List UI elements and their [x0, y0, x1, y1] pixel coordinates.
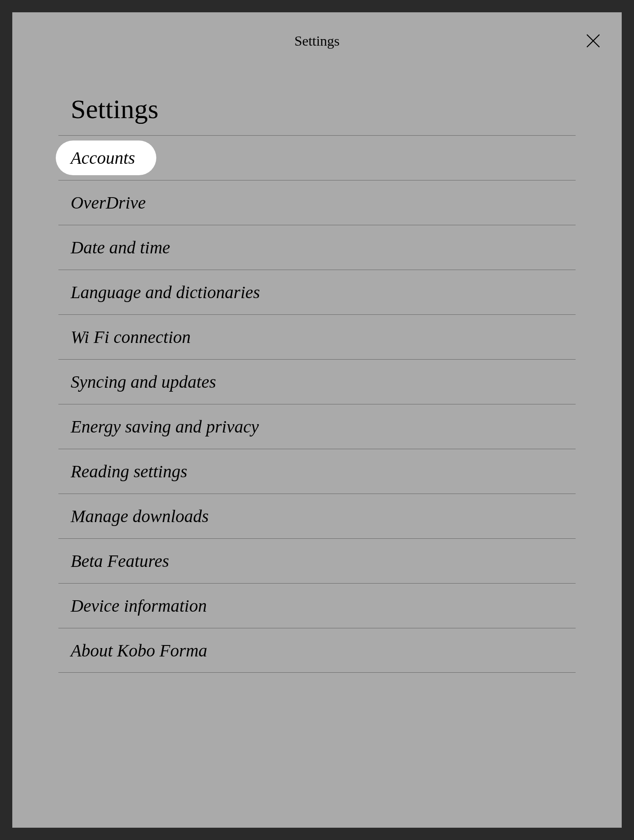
menu-item-syncing-updates[interactable]: Syncing and updates [58, 359, 576, 404]
menu-item-manage-downloads[interactable]: Manage downloads [58, 494, 576, 538]
menu-item-label: Accounts [56, 141, 156, 175]
top-bar: Settings [12, 12, 622, 69]
menu-item-label: Energy saving and privacy [58, 416, 259, 437]
page-title: Settings [58, 94, 576, 125]
top-bar-title: Settings [294, 33, 339, 49]
menu-item-device-information[interactable]: Device information [58, 583, 576, 628]
menu-item-label: OverDrive [58, 192, 146, 213]
menu-item-label: Date and time [58, 237, 170, 258]
menu-item-about[interactable]: About Kobo Forma [58, 628, 576, 673]
menu-item-accounts[interactable]: Accounts [58, 135, 576, 180]
menu-item-overdrive[interactable]: OverDrive [58, 180, 576, 225]
menu-item-label: Device information [58, 595, 207, 616]
menu-item-label: About Kobo Forma [58, 640, 207, 661]
menu-item-label: Beta Features [58, 551, 169, 571]
menu-item-reading-settings[interactable]: Reading settings [58, 449, 576, 494]
menu-item-label: Language and dictionaries [58, 282, 260, 303]
menu-item-label: Manage downloads [58, 506, 209, 526]
menu-item-wifi[interactable]: Wi Fi connection [58, 314, 576, 359]
menu-item-label: Reading settings [58, 461, 187, 482]
menu-item-language-dictionaries[interactable]: Language and dictionaries [58, 270, 576, 314]
menu-item-label: Wi Fi connection [58, 327, 191, 347]
close-icon [585, 32, 602, 49]
menu-item-date-time[interactable]: Date and time [58, 225, 576, 270]
settings-menu-list: Accounts OverDrive Date and time Languag… [58, 135, 576, 673]
menu-item-energy-privacy[interactable]: Energy saving and privacy [58, 404, 576, 449]
menu-item-beta-features[interactable]: Beta Features [58, 538, 576, 583]
settings-screen: Settings Settings Accounts OverDrive Dat… [12, 12, 622, 828]
content-area: Settings Accounts OverDrive Date and tim… [12, 69, 622, 673]
menu-item-label: Syncing and updates [58, 371, 216, 392]
close-button[interactable] [584, 32, 602, 50]
